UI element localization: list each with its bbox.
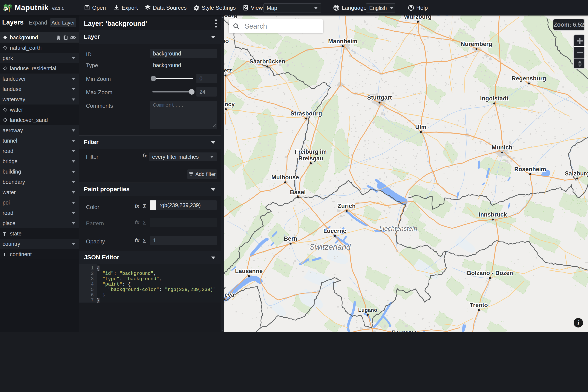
- svg-text:Freiburg im: Freiburg im: [295, 148, 327, 155]
- svg-text:Luxembourg: Luxembourg: [224, 16, 237, 18]
- svg-text:Mulhouse: Mulhouse: [272, 174, 299, 181]
- svg-text:Trento: Trento: [470, 302, 488, 308]
- svg-text:Salzburg: Salzburg: [565, 170, 588, 177]
- svg-text:Strasbourg: Strasbourg: [290, 110, 322, 117]
- svg-text:Regensburg: Regensburg: [512, 75, 546, 82]
- svg-text:Rosenheim: Rosenheim: [514, 166, 546, 172]
- svg-text:Munich: Munich: [492, 144, 512, 151]
- svg-text:Lausanne: Lausanne: [235, 268, 263, 274]
- svg-text:Zurich: Zurich: [338, 203, 356, 209]
- svg-text:Bolzano - Bozen: Bolzano - Bozen: [467, 270, 513, 276]
- svg-text:Basel: Basel: [290, 189, 306, 196]
- svg-text:Mannheim: Mannheim: [328, 38, 357, 44]
- svg-text:Switzerland: Switzerland: [309, 242, 351, 251]
- svg-text:Breisgau: Breisgau: [298, 155, 323, 162]
- svg-text:Bern: Bern: [284, 236, 297, 242]
- svg-text:Nancy: Nancy: [224, 101, 235, 108]
- svg-text:Stuttgart: Stuttgart: [367, 94, 392, 101]
- svg-text:Würzburg: Würzburg: [404, 16, 432, 20]
- svg-text:Lugano: Lugano: [358, 307, 377, 313]
- svg-text:Nuremberg: Nuremberg: [461, 41, 492, 47]
- svg-text:Innsbruck: Innsbruck: [479, 211, 507, 218]
- svg-text:Ulm: Ulm: [415, 124, 426, 130]
- svg-text:Liechtenstein: Liechtenstein: [379, 225, 417, 232]
- svg-text:Metz: Metz: [224, 67, 232, 74]
- svg-text:bo: bo: [224, 38, 229, 44]
- svg-text:Ingolstadt: Ingolstadt: [480, 95, 509, 102]
- svg-text:Lucerne: Lucerne: [323, 228, 346, 234]
- svg-text:Bergamo: Bergamo: [392, 330, 417, 332]
- svg-text:Geneva: Geneva: [224, 292, 235, 298]
- svg-text:Saarbrücken: Saarbrücken: [250, 58, 286, 65]
